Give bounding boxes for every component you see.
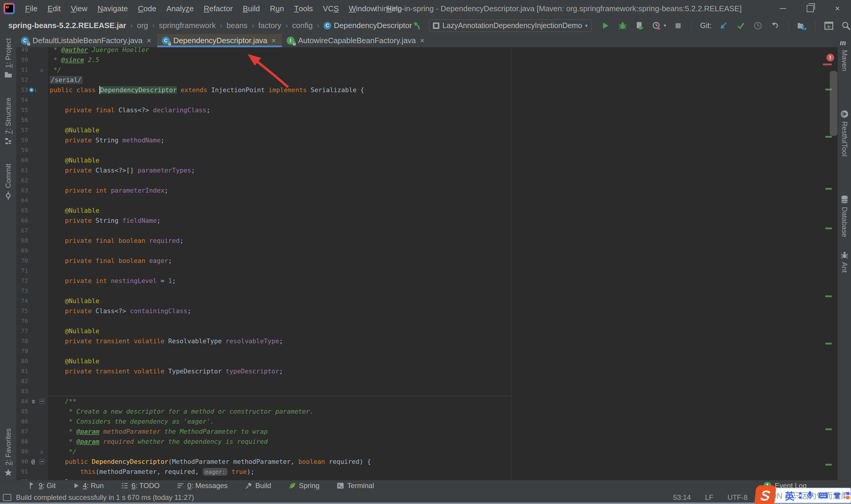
- menu-item-refactor[interactable]: Refactor: [199, 0, 238, 17]
- green-arrow-icon[interactable]: [412, 21, 422, 31]
- line-number: 73: [16, 287, 28, 294]
- toolwindow-button-database[interactable]: Database: [840, 195, 849, 237]
- breadcrumb: spring-beans-5.2.2.RELEASE.jar›org›sprin…: [0, 21, 412, 30]
- git-label: Git:: [700, 21, 711, 30]
- breadcrumb-class[interactable]: DependencyDescriptor: [334, 21, 412, 30]
- stripe-mark: [825, 188, 832, 190]
- project-structure-button[interactable]: [797, 21, 807, 31]
- breadcrumb-item[interactable]: org: [137, 21, 148, 30]
- spring-tw-icon: [288, 482, 296, 489]
- toolwindow-button-ant[interactable]: Ant: [840, 251, 849, 273]
- menu-item-edit[interactable]: Edit: [42, 0, 66, 17]
- toolwindow-button-7-structure[interactable]: 7: Structure: [4, 97, 13, 145]
- run-config-dropdown[interactable]: LazyAnnotationDependencyInjectionDemo ▾: [429, 19, 592, 32]
- code-line: 59: [16, 145, 838, 155]
- code-text: }: [47, 478, 69, 480]
- gutter-cell: 70: [16, 255, 47, 266]
- run-button[interactable]: [600, 21, 611, 31]
- code-line: 74 @Nullable: [16, 296, 838, 306]
- gutter-cell: 86: [16, 416, 47, 426]
- commit-button[interactable]: [736, 21, 746, 31]
- breadcrumb-separator-icon: ›: [130, 21, 133, 30]
- line-number: 76: [16, 317, 28, 324]
- menu-item-code[interactable]: Code: [133, 0, 161, 17]
- tab-defaultlistablebeanfactory-java[interactable]: CDefaultListableBeanFactory.java×: [16, 34, 157, 47]
- gutter-icon-slot: ≣: [28, 398, 38, 404]
- run-anything-button[interactable]: [824, 21, 834, 31]
- gutter-cell: 50: [16, 55, 47, 65]
- stripe-mark: [825, 428, 832, 430]
- profiler-button[interactable]: [652, 21, 662, 31]
- commit-node-icon: [4, 191, 12, 200]
- toolwindow-button-maven[interactable]: mMaven: [839, 39, 850, 71]
- code-editor[interactable]: 49 * @author Juergen Hoeller50 * @since …: [16, 47, 838, 480]
- restore-button[interactable]: [797, 0, 824, 17]
- toolwindow-button-0-messages[interactable]: 0: Messages: [177, 482, 228, 490]
- fold-marker[interactable]: ⌂: [38, 67, 46, 73]
- tab-dependencydescriptor-java[interactable]: CDependencyDescriptor.java×: [157, 34, 282, 47]
- line-separator[interactable]: LF: [705, 493, 713, 502]
- toolwindow-button-2-favorites[interactable]: 2: Favorites: [4, 428, 13, 477]
- fold-collapse-icon[interactable]: [40, 459, 44, 464]
- toolwindow-button-commit[interactable]: Commit: [4, 164, 13, 200]
- breadcrumb-item[interactable]: config: [292, 21, 313, 30]
- editor-scrollbar[interactable]: [830, 71, 837, 136]
- code-line: 89⌂ */: [16, 446, 838, 456]
- doc-list-icon[interactable]: ≣: [32, 398, 35, 404]
- line-number: 66: [16, 217, 28, 224]
- close-button[interactable]: ×: [824, 0, 851, 17]
- fold-marker[interactable]: [38, 459, 46, 464]
- toolwindow-button-4-run[interactable]: 4: Run: [73, 482, 104, 490]
- gutter-cell: 59: [16, 145, 47, 155]
- breadcrumb-item[interactable]: beans: [227, 21, 248, 30]
- error-stripe-badge[interactable]: !: [827, 54, 834, 61]
- toolwindow-toggle-icon[interactable]: [3, 494, 11, 501]
- menu-item-analyze[interactable]: Analyze: [161, 0, 199, 17]
- menu-item-build[interactable]: Build: [238, 0, 265, 17]
- menu-item-view[interactable]: View: [66, 0, 92, 17]
- subclassed-icon[interactable]: [29, 88, 34, 92]
- file-encoding[interactable]: UTF-8: [727, 493, 747, 502]
- toolwindow-button-terminal[interactable]: Terminal: [337, 482, 374, 490]
- debug-button[interactable]: [618, 21, 628, 31]
- toolwindow-button-6-todo[interactable]: 6: TODO: [121, 482, 160, 490]
- search-everywhere-button[interactable]: [841, 21, 851, 31]
- profiler-chevron-icon[interactable]: ▾: [664, 22, 666, 29]
- code-lines: 49 * @author Juergen Hoeller50 * @since …: [16, 47, 838, 480]
- coverage-button[interactable]: [635, 21, 645, 31]
- breadcrumb-item[interactable]: springframework: [159, 21, 216, 30]
- caret-position[interactable]: 53:14: [673, 493, 691, 502]
- fold-marker[interactable]: ⌂: [38, 448, 46, 455]
- breadcrumb-item[interactable]: factory: [258, 21, 281, 30]
- messages-tw-icon: [177, 482, 184, 489]
- ant-icon: [840, 251, 849, 259]
- gutter-cell: 56: [16, 115, 47, 125]
- menu-item-vcs[interactable]: VCS: [318, 0, 344, 17]
- menu-item-tools[interactable]: Tools: [289, 0, 318, 17]
- update-project-button[interactable]: [719, 21, 729, 31]
- database-icon: [840, 195, 849, 204]
- navigation-toolbar: spring-beans-5.2.2.RELEASE.jar›org›sprin…: [0, 17, 851, 34]
- tab-close-icon[interactable]: ×: [272, 36, 276, 45]
- menu-item-file[interactable]: File: [20, 0, 42, 17]
- toolwindow-button-build[interactable]: Build: [245, 482, 271, 490]
- breadcrumb-item[interactable]: spring-beans-5.2.2.RELEASE.jar: [8, 21, 126, 30]
- fold-marker[interactable]: [38, 399, 46, 404]
- tab-autowirecapablebeanfactory-java[interactable]: IAutowireCapableBeanFactory.java×: [282, 34, 431, 47]
- left-toolwindow-bar: 1: Project7: StructureCommit2: Favorites: [0, 34, 17, 480]
- screen-edge-strip: [0, 503, 851, 504]
- fold-collapse-icon[interactable]: [40, 399, 44, 404]
- toolwindow-button-restfultool[interactable]: RestfulTool: [840, 110, 849, 157]
- toolwindow-button-spring[interactable]: Spring: [288, 482, 320, 490]
- tab-close-icon[interactable]: ×: [420, 36, 424, 45]
- minimize-button[interactable]: [769, 0, 797, 17]
- menu-item-navigate[interactable]: Navigate: [92, 0, 133, 17]
- toolwindow-button-9-git[interactable]: 9: Git: [28, 482, 56, 490]
- tab-close-icon[interactable]: ×: [147, 36, 151, 45]
- rollback-button[interactable]: [770, 21, 780, 31]
- gutter-cell: 55: [16, 105, 47, 115]
- line-number: 51: [16, 66, 28, 73]
- toolwindow-button-1-project[interactable]: 1: Project: [4, 38, 13, 78]
- menu-item-run[interactable]: Run: [265, 0, 289, 17]
- line-number: 72: [16, 277, 28, 284]
